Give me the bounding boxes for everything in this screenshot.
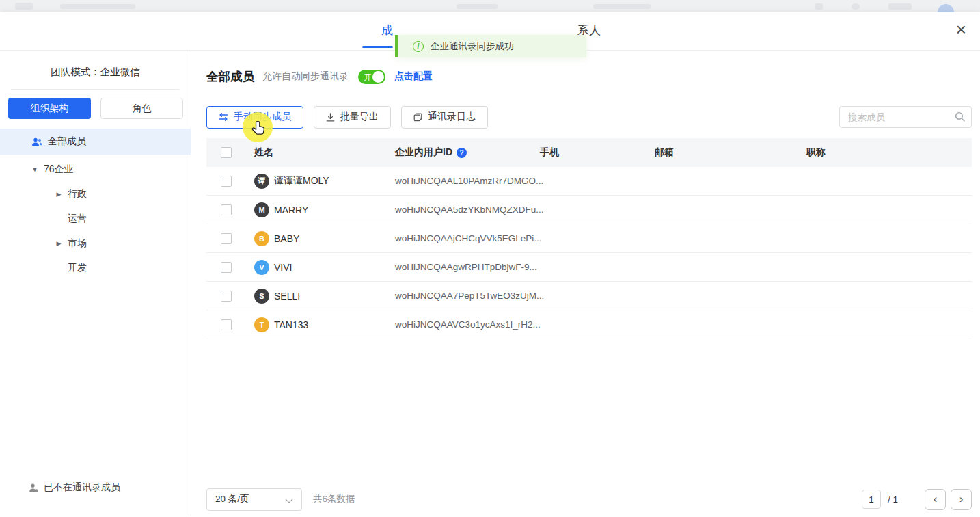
batch-export-label: 批量导出 <box>340 111 379 123</box>
avatar: S <box>254 289 269 304</box>
org-tree: ▼ 76企业 ▶ 行政 运营 ▶ 市场 开发 <box>0 157 191 280</box>
search-input[interactable] <box>839 106 972 128</box>
members-table: 姓名 企业内用户ID ? 手机 邮箱 职称 谭 谭谭谭MOLY <box>206 138 972 339</box>
team-mode-label: 团队模式：企业微信 <box>0 66 191 79</box>
active-tab-underline <box>362 46 393 48</box>
chevron-right-icon[interactable]: ▶ <box>54 240 64 247</box>
contact-log-label: 通讯录日志 <box>428 111 476 123</box>
toggle-on-label: 开 <box>364 72 372 83</box>
background-app-bar <box>0 0 980 12</box>
member-name: 谭谭谭MOLY <box>274 175 329 187</box>
tab-members[interactable]: 成 <box>381 23 393 38</box>
contact-sync-dialog: 成 系人 × i 企业通讯录同步成功 团队模式：企业微信 组织架构 角色 全部成… <box>0 12 980 517</box>
chevron-down-icon[interactable]: ▼ <box>30 166 40 173</box>
title-row: 全部成员 允许自动同步通讯录 开 点击配置 <box>206 67 972 86</box>
background-icon-blob <box>852 3 860 10</box>
search-icon[interactable] <box>955 111 965 122</box>
sync-arrows-icon <box>219 113 228 121</box>
member-userid: woHiJNCQAAVC3o1ycAxs1I_rH2... <box>395 319 540 330</box>
tree-node-admin[interactable]: ▶ 行政 <box>0 182 191 207</box>
row-checkbox[interactable] <box>221 176 232 187</box>
members-panel: 全部成员 允许自动同步通讯录 开 点击配置 手动同步成员 <box>191 51 980 516</box>
org-structure-button[interactable]: 组织架构 <box>8 98 91 119</box>
search-box <box>839 106 972 128</box>
member-name: SELLI <box>274 291 300 302</box>
table-row: M MARRY woHiJNCQAA5dzYKbNMQZXDFu... <box>206 196 972 224</box>
col-header-email: 邮箱 <box>655 146 806 159</box>
close-icon[interactable]: × <box>953 18 969 41</box>
sidebar-item-removed-members[interactable]: 已不在通讯录成员 <box>0 477 191 499</box>
toast-message: 企业通讯录同步成功 <box>431 40 514 53</box>
prev-page-button[interactable]: ‹ <box>925 489 946 510</box>
table-row: T TAN133 woHiJNCQAAVC3o1ycAxs1I_rH2... <box>206 310 972 339</box>
page-total-label: / 1 <box>888 494 898 505</box>
batch-export-button[interactable]: 批量导出 <box>314 106 391 129</box>
background-icon-blob <box>815 3 823 10</box>
row-checkbox[interactable] <box>221 262 232 273</box>
all-members-label: 全部成员 <box>48 135 86 148</box>
tree-node-label: 运营 <box>68 213 87 225</box>
userid-header-label: 企业内用户ID <box>395 146 452 159</box>
list-footer: 20 条/页 共6条数据 1 / 1 ‹ › <box>206 488 972 511</box>
select-all-checkbox[interactable] <box>221 147 232 158</box>
total-count: 共6条数据 <box>313 493 355 505</box>
toggle-knob <box>372 71 384 83</box>
download-icon <box>326 113 335 122</box>
manual-sync-button[interactable]: 手动同步成员 <box>206 106 303 129</box>
org-sidebar: 团队模式：企业微信 组织架构 角色 全部成员 ▼ 76企业 <box>0 51 191 516</box>
table-row: S SELLI woHiJNCQAA7PepT5TwEO3zUjM... <box>206 282 972 310</box>
member-name: VIVI <box>274 262 292 273</box>
tree-node-market[interactable]: ▶ 市场 <box>0 231 191 256</box>
contact-log-button[interactable]: 通讯录日志 <box>401 106 488 129</box>
page-size-select[interactable]: 20 条/页 <box>206 488 302 511</box>
row-checkbox[interactable] <box>221 291 232 302</box>
role-button[interactable]: 角色 <box>100 98 183 119</box>
member-userid: woHiJNCQAAjCHCqVVk5EGLePi... <box>395 233 540 243</box>
page-size-value: 20 条/页 <box>215 493 249 505</box>
tree-node-label: 76企业 <box>44 163 74 176</box>
background-text-blob <box>457 4 498 9</box>
table-row: V VIVI woHiJNCQAAgwRPHTpDbjwF-9... <box>206 253 972 282</box>
table-row: 谭 谭谭谭MOLY woHiJNCQAAL10PAmzRr7DMGO... <box>206 167 972 196</box>
row-checkbox[interactable] <box>221 233 232 244</box>
avatar: 谭 <box>254 174 269 189</box>
people-icon <box>31 137 42 146</box>
background-text-blob <box>593 4 651 9</box>
tree-node-company[interactable]: ▼ 76企业 <box>0 157 191 182</box>
current-page-box[interactable]: 1 <box>862 490 881 509</box>
tree-node-label: 市场 <box>68 237 87 250</box>
background-icon-blob <box>888 3 912 10</box>
avatar: V <box>254 260 269 275</box>
chevron-right-icon[interactable]: ▶ <box>54 191 64 198</box>
next-page-button[interactable]: › <box>951 489 972 510</box>
member-userid: woHiJNCQAAgwRPHTpDbjwF-9... <box>395 262 540 272</box>
background-logo <box>15 3 33 10</box>
table-body: 谭 谭谭谭MOLY woHiJNCQAAL10PAmzRr7DMGO... M … <box>206 167 972 339</box>
tree-node-label: 行政 <box>68 188 87 200</box>
row-checkbox[interactable] <box>221 319 232 330</box>
col-header-phone: 手机 <box>540 146 655 159</box>
table-row: B BABY woHiJNCQAAjCHCqVVk5EGLePi... <box>206 224 972 253</box>
member-name: BABY <box>274 233 299 244</box>
manual-sync-label: 手动同步成员 <box>234 111 291 123</box>
configure-link[interactable]: 点击配置 <box>394 70 433 83</box>
avatar: B <box>254 231 269 246</box>
chevron-down-icon <box>285 495 292 503</box>
removed-members-label: 已不在通讯录成员 <box>44 481 120 494</box>
row-checkbox[interactable] <box>221 204 232 215</box>
info-icon: i <box>413 41 424 52</box>
member-userid: woHiJNCQAAL10PAmzRr7DMGO... <box>395 176 540 186</box>
tree-node-operations[interactable]: 运营 <box>0 207 191 231</box>
table-header-row: 姓名 企业内用户ID ? 手机 邮箱 职称 <box>206 138 972 167</box>
tree-node-label: 开发 <box>68 262 87 274</box>
pagination: 1 / 1 ‹ › <box>862 489 972 510</box>
member-name: TAN133 <box>274 319 308 330</box>
person-remove-icon <box>29 483 38 492</box>
help-icon[interactable]: ? <box>457 148 467 158</box>
member-name: MARRY <box>274 204 308 215</box>
page-title: 全部成员 <box>206 68 254 85</box>
col-header-name: 姓名 <box>246 146 395 159</box>
sidebar-item-all-members[interactable]: 全部成员 <box>0 129 191 155</box>
auto-sync-toggle[interactable]: 开 <box>358 70 385 84</box>
tree-node-dev[interactable]: 开发 <box>0 256 191 280</box>
